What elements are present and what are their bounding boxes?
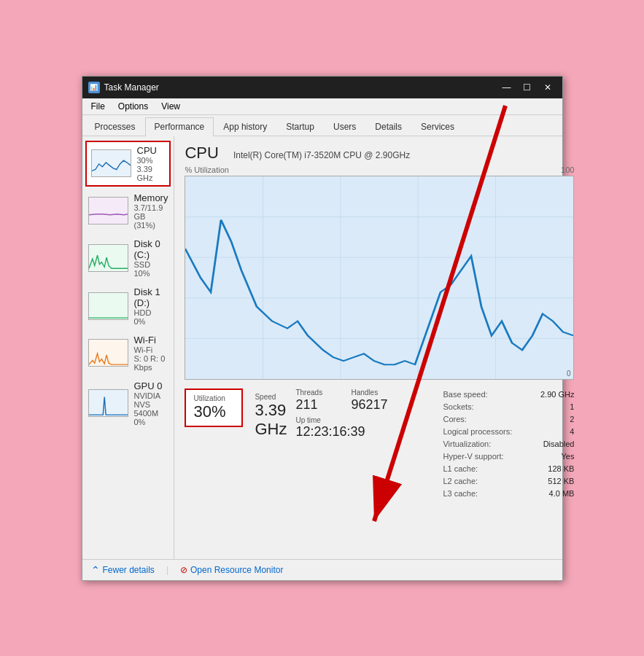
- disk1-mini-chart: [88, 292, 128, 320]
- svg-rect-0: [92, 150, 131, 176]
- disk0-mini-chart: [88, 244, 128, 272]
- sidebar-item-disk0[interactable]: Disk 0 (C:) SSD 10%: [82, 234, 174, 282]
- title-bar-left: 📊 Task Manager: [88, 82, 159, 93]
- speed-label: Speed: [255, 393, 287, 401]
- separator: |: [166, 565, 168, 575]
- detail-l1: L1 cache: 128 KB: [443, 463, 574, 475]
- tab-details[interactable]: Details: [365, 117, 411, 136]
- content-area: CPU 30% 3.39 GHz Memory 3.7/11.9 GB (31%…: [82, 136, 562, 559]
- sidebar-item-wifi[interactable]: Wi-Fi Wi-Fi S: 0 R: 0 Kbps: [82, 330, 174, 376]
- app-icon: 📊: [88, 82, 100, 93]
- main-panel: CPU Intel(R) Core(TM) i7-3520M CPU @ 2.9…: [174, 136, 584, 559]
- gpu0-mini-chart: [88, 389, 128, 417]
- threads-label: Threads: [295, 388, 339, 397]
- stats-section: Utilization 30% Speed 3.39 GHz: [185, 388, 287, 499]
- chart-max-label: 100: [561, 165, 574, 174]
- detail-stats: Base speed: 2.90 GHz Sockets: 1 Cores: 2…: [443, 388, 574, 499]
- cpu-detail: 30% 3.39 GHz: [137, 156, 166, 182]
- menu-options[interactable]: Options: [112, 100, 154, 113]
- title-controls: — ☐ ✕: [498, 81, 556, 94]
- sidebar-item-memory[interactable]: Memory 3.7/11.9 GB (31%): [82, 188, 174, 234]
- disk1-name: Disk 1 (D:): [134, 286, 168, 308]
- maximize-button[interactable]: ☐: [519, 81, 536, 94]
- menu-file[interactable]: File: [85, 100, 111, 113]
- cpu-name: CPU: [137, 145, 166, 156]
- memory-detail: 3.7/11.9 GB (31%): [134, 203, 168, 230]
- wifi-sidebar-info: Wi-Fi Wi-Fi S: 0 R: 0 Kbps: [134, 335, 168, 372]
- fewer-details-link[interactable]: ⌃ Fewer details: [91, 564, 155, 576]
- sidebar-item-disk1[interactable]: Disk 1 (D:) HDD 0%: [82, 282, 174, 330]
- speed-box: Speed 3.39 GHz: [255, 388, 287, 443]
- threads-value: 211: [295, 397, 339, 413]
- disk1-sidebar-info: Disk 1 (D:) HDD 0%: [134, 286, 168, 326]
- tab-startup[interactable]: Startup: [276, 117, 324, 136]
- memory-sidebar-info: Memory 3.7/11.9 GB (31%): [134, 192, 168, 230]
- disk1-pct: 0%: [134, 317, 168, 326]
- sidebar-item-gpu0[interactable]: GPU 0 NVIDIA NVS 5400M 0%: [82, 376, 174, 431]
- wifi-name: Wi-Fi: [134, 335, 168, 345]
- cpu-header: CPU Intel(R) Core(TM) i7-3520M CPU @ 2.9…: [185, 144, 574, 163]
- disk0-pct: 10%: [134, 269, 168, 278]
- memory-name: Memory: [134, 192, 168, 203]
- detail-logical: Logical processors: 4: [443, 426, 574, 437]
- cpu-mini-chart: [91, 149, 131, 177]
- svg-rect-5: [89, 390, 128, 416]
- disk0-sidebar-info: Disk 0 (C:) SSD 10%: [134, 238, 168, 278]
- count-labels: Threads Handles: [295, 388, 427, 397]
- utilization-label: Utilization: [193, 394, 234, 402]
- chevron-up-icon: ⌃: [91, 564, 100, 576]
- minimize-button[interactable]: —: [498, 81, 516, 94]
- uptime-section: Up time 12:23:16:39: [295, 416, 427, 440]
- tab-app-history[interactable]: App history: [214, 117, 276, 136]
- svg-rect-1: [89, 198, 128, 224]
- gpu0-sidebar-info: GPU 0 NVIDIA NVS 5400M 0%: [134, 380, 168, 426]
- detail-base-speed: Base speed: 2.90 GHz: [443, 388, 574, 400]
- uptime-label: Up time: [295, 416, 427, 424]
- gpu0-name: GPU 0: [134, 380, 168, 391]
- monitor-icon: ⊘: [180, 565, 187, 575]
- sidebar: CPU 30% 3.39 GHz Memory 3.7/11.9 GB (31%…: [82, 136, 175, 559]
- tab-performance[interactable]: Performance: [145, 117, 214, 136]
- detail-sockets: Sockets: 1: [443, 401, 574, 413]
- menu-view[interactable]: View: [155, 100, 186, 113]
- handles-label: Handles: [351, 388, 395, 397]
- wifi-speed: S: 0 R: 0 Kbps: [134, 354, 168, 372]
- chart-y-label: % Utilization: [185, 165, 229, 174]
- detail-virtualization: Virtualization: Disabled: [443, 438, 574, 450]
- disk0-name: Disk 0 (C:): [134, 238, 168, 260]
- chart-min-label: 0: [567, 370, 571, 378]
- detail-cores: Cores: 2: [443, 413, 574, 425]
- bottom-bar: ⌃ Fewer details | ⊘ Open Resource Monito…: [82, 559, 562, 580]
- tab-services[interactable]: Services: [411, 117, 464, 136]
- wifi-type: Wi-Fi: [134, 345, 168, 354]
- svg-rect-3: [89, 293, 128, 319]
- svg-rect-2: [89, 245, 128, 271]
- memory-mini-chart: [88, 197, 128, 224]
- detail-l2: L2 cache: 512 KB: [443, 475, 574, 487]
- tab-processes[interactable]: Processes: [85, 117, 145, 136]
- handles-value: 96217: [351, 397, 395, 413]
- gpu0-pct: 0%: [134, 418, 168, 426]
- menu-bar: File Options View: [82, 98, 562, 115]
- disk1-type: HDD: [134, 308, 168, 317]
- stats-row: Utilization 30% Speed 3.39 GHz Threads H…: [185, 388, 574, 499]
- cpu-title: CPU: [185, 144, 218, 163]
- title-bar: 📊 Task Manager — ☐ ✕: [82, 77, 562, 98]
- wifi-mini-chart: [88, 339, 128, 367]
- cpu-model: Intel(R) Core(TM) i7-3520M CPU @ 2.90GHz: [233, 150, 410, 160]
- disk0-type: SSD: [134, 260, 168, 269]
- tab-bar: Processes Performance App history Startu…: [82, 115, 562, 136]
- speed-value: 3.39 GHz: [255, 401, 287, 439]
- chart-label: % Utilization 100: [185, 165, 574, 174]
- cpu-chart: 0: [185, 176, 574, 380]
- task-manager-window: 📊 Task Manager — ☐ ✕ File Options View P…: [82, 76, 563, 581]
- window-title: Task Manager: [104, 82, 159, 93]
- detail-l3: L3 cache: 4.0 MB: [443, 488, 574, 499]
- right-stats: Threads Handles 211 96217 Up time 12:23:…: [295, 388, 427, 499]
- detail-hyperv: Hyper-V support: Yes: [443, 450, 574, 462]
- uptime-value: 12:23:16:39: [295, 424, 427, 440]
- tab-users[interactable]: Users: [324, 117, 365, 136]
- close-button[interactable]: ✕: [539, 81, 556, 94]
- resource-monitor-link[interactable]: ⊘ Open Resource Monitor: [180, 565, 283, 575]
- sidebar-item-cpu[interactable]: CPU 30% 3.39 GHz: [85, 141, 171, 187]
